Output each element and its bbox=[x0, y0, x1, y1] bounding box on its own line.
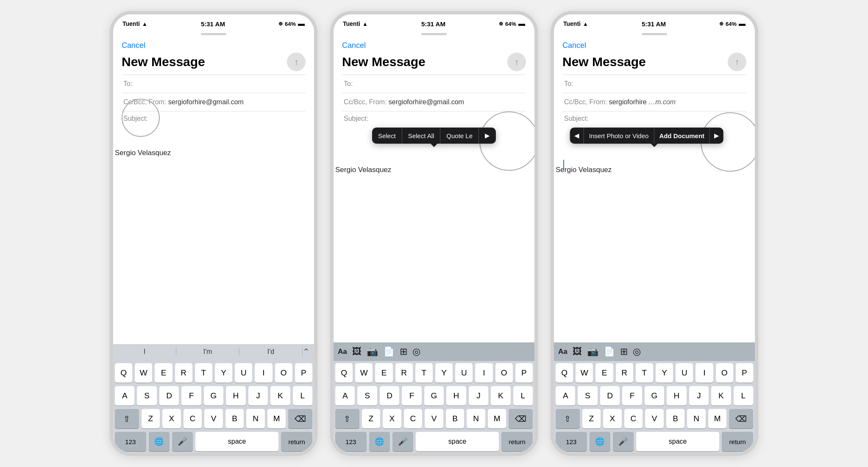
key-return-2[interactable]: return bbox=[501, 432, 533, 451]
to-field-1[interactable]: To: bbox=[122, 75, 306, 93]
key-f-2[interactable]: F bbox=[402, 386, 421, 406]
key-globe-2[interactable]: 🌐 bbox=[369, 432, 390, 451]
context-quote-2[interactable]: Quote Le bbox=[440, 128, 479, 144]
key-y-3[interactable]: Y bbox=[656, 363, 673, 383]
key-s-2[interactable]: S bbox=[357, 386, 377, 406]
suggestion-1-3[interactable]: I'd bbox=[239, 348, 303, 356]
context-select-all-2[interactable]: Select All bbox=[402, 128, 441, 144]
key-t-1[interactable]: T bbox=[195, 363, 212, 383]
key-c-3[interactable]: C bbox=[624, 409, 643, 428]
cancel-button-2[interactable]: Cancel bbox=[342, 41, 366, 50]
key-a-1[interactable]: A bbox=[115, 386, 134, 406]
toolbar-compass-3[interactable]: ◎ bbox=[633, 347, 641, 356]
key-g-3[interactable]: G bbox=[645, 386, 664, 406]
key-w-2[interactable]: W bbox=[355, 363, 373, 383]
context-arrow-right-2[interactable]: ▶ bbox=[479, 128, 496, 144]
key-h-1[interactable]: H bbox=[226, 386, 245, 406]
key-shift-2[interactable]: ⇧ bbox=[335, 409, 359, 428]
ccbcc-field-3[interactable]: Cc/Bcc, From: sergioforhire …m.com bbox=[562, 93, 746, 111]
toolbar-doc-2[interactable]: 📄 bbox=[383, 347, 395, 356]
toolbar-aa-2[interactable]: Aa bbox=[338, 347, 347, 356]
toolbar-aa-3[interactable]: Aa bbox=[558, 347, 568, 356]
key-a-3[interactable]: A bbox=[556, 386, 575, 406]
send-button-1[interactable]: ↑ bbox=[287, 53, 306, 71]
key-g-1[interactable]: G bbox=[204, 386, 223, 406]
key-return-3[interactable]: return bbox=[722, 432, 753, 451]
key-mic-3[interactable]: 🎤 bbox=[613, 432, 634, 451]
key-r-1[interactable]: R bbox=[175, 363, 192, 383]
key-t-3[interactable]: T bbox=[636, 363, 653, 383]
key-shift-1[interactable]: ⇧ bbox=[115, 409, 139, 428]
key-z-1[interactable]: Z bbox=[142, 409, 160, 428]
key-f-3[interactable]: F bbox=[622, 386, 642, 406]
subject-field-3[interactable]: Subject: bbox=[562, 111, 746, 124]
key-y-1[interactable]: Y bbox=[215, 363, 232, 383]
key-shift-3[interactable]: ⇧ bbox=[556, 409, 580, 428]
key-123-2[interactable]: 123 bbox=[335, 432, 367, 451]
key-backspace-3[interactable]: ⌫ bbox=[729, 409, 753, 428]
key-space-2[interactable]: space bbox=[416, 432, 499, 451]
key-k-1[interactable]: K bbox=[270, 386, 290, 406]
key-b-2[interactable]: B bbox=[446, 409, 465, 428]
key-k-2[interactable]: K bbox=[491, 386, 510, 406]
key-n-1[interactable]: N bbox=[246, 409, 265, 428]
subject-field-2[interactable]: Subject: bbox=[342, 111, 526, 124]
send-button-3[interactable]: ↑ bbox=[728, 53, 746, 71]
insert-arrow-right-3[interactable]: ▶ bbox=[710, 128, 723, 144]
body-area-2[interactable]: Select Select All Quote Le ▶ Sergio Vela… bbox=[334, 124, 534, 342]
key-123-1[interactable]: 123 bbox=[115, 432, 146, 451]
key-123-3[interactable]: 123 bbox=[556, 432, 587, 451]
key-r-2[interactable]: R bbox=[395, 363, 413, 383]
toolbar-doc-3[interactable]: 📄 bbox=[604, 347, 615, 356]
key-o-3[interactable]: O bbox=[716, 363, 733, 383]
key-b-1[interactable]: B bbox=[225, 409, 244, 428]
key-j-1[interactable]: J bbox=[248, 386, 268, 406]
key-mic-1[interactable]: 🎤 bbox=[172, 432, 193, 451]
key-s-3[interactable]: S bbox=[578, 386, 597, 406]
key-p-2[interactable]: P bbox=[515, 363, 533, 383]
key-h-3[interactable]: H bbox=[667, 386, 686, 406]
key-m-1[interactable]: M bbox=[267, 409, 286, 428]
send-button-2[interactable]: ↑ bbox=[507, 53, 526, 71]
context-select-2[interactable]: Select bbox=[372, 128, 402, 144]
toolbar-photo-3[interactable]: 🖼 bbox=[573, 347, 582, 356]
key-z-3[interactable]: Z bbox=[582, 409, 601, 428]
key-d-3[interactable]: D bbox=[600, 386, 620, 406]
ccbcc-field-1[interactable]: Cc/Bcc, From: sergioforhire@gmail.com bbox=[122, 93, 306, 111]
key-a-2[interactable]: A bbox=[335, 386, 355, 406]
key-w-3[interactable]: W bbox=[576, 363, 593, 383]
key-e-1[interactable]: E bbox=[155, 363, 172, 383]
toolbar-compass-2[interactable]: ◎ bbox=[412, 347, 420, 356]
key-q-3[interactable]: Q bbox=[556, 363, 573, 383]
key-m-3[interactable]: M bbox=[708, 409, 727, 428]
key-space-3[interactable]: space bbox=[636, 432, 719, 451]
insert-arrow-left-3[interactable]: ◀ bbox=[570, 128, 584, 144]
toolbar-camera-2[interactable]: 📷 bbox=[367, 347, 378, 356]
key-p-1[interactable]: P bbox=[295, 363, 312, 383]
key-globe-3[interactable]: 🌐 bbox=[590, 432, 610, 451]
insert-add-document-3[interactable]: Add Document bbox=[654, 128, 710, 144]
key-space-1[interactable]: space bbox=[195, 432, 278, 451]
key-n-2[interactable]: N bbox=[467, 409, 485, 428]
key-k-3[interactable]: K bbox=[711, 386, 731, 406]
key-c-1[interactable]: C bbox=[184, 409, 202, 428]
key-c-2[interactable]: C bbox=[404, 409, 423, 428]
key-q-2[interactable]: Q bbox=[335, 363, 353, 383]
key-v-2[interactable]: V bbox=[425, 409, 443, 428]
toolbar-photo-2[interactable]: 🖼 bbox=[352, 347, 362, 356]
key-return-1[interactable]: return bbox=[281, 432, 312, 451]
ccbcc-field-2[interactable]: Cc/Bcc, From: sergioforhire@gmail.com bbox=[342, 93, 526, 111]
cancel-button-3[interactable]: Cancel bbox=[562, 41, 586, 50]
key-b-3[interactable]: B bbox=[666, 409, 685, 428]
subject-field-1[interactable]: Subject: bbox=[122, 111, 306, 124]
toolbar-camera-3[interactable]: 📷 bbox=[587, 347, 598, 356]
key-d-2[interactable]: D bbox=[380, 386, 399, 406]
key-l-3[interactable]: L bbox=[734, 386, 753, 406]
key-w-1[interactable]: W bbox=[135, 363, 152, 383]
key-v-3[interactable]: V bbox=[645, 409, 664, 428]
key-r-3[interactable]: R bbox=[616, 363, 633, 383]
key-t-2[interactable]: T bbox=[415, 363, 433, 383]
key-x-1[interactable]: X bbox=[162, 409, 181, 428]
key-f-1[interactable]: F bbox=[181, 386, 201, 406]
key-x-3[interactable]: X bbox=[603, 409, 622, 428]
